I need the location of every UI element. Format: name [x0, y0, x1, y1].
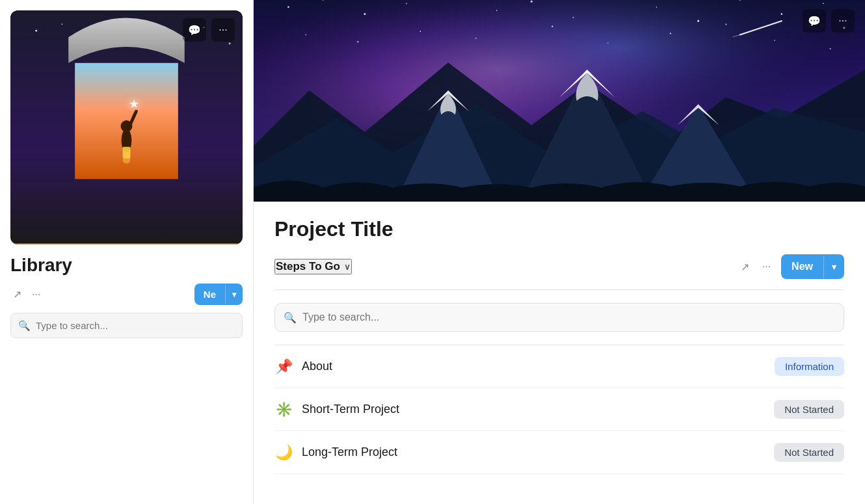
- long-term-badge: Not Started: [774, 443, 844, 462]
- left-action-bar: ↗ ··· Ne ▾: [10, 284, 243, 305]
- left-new-button-container: Ne ▾: [194, 284, 243, 305]
- right-search-input[interactable]: [274, 303, 844, 332]
- steps-label-text: Steps To Go: [276, 260, 340, 273]
- left-comment-button[interactable]: 💬: [183, 18, 206, 42]
- svg-point-28: [656, 7, 658, 8]
- left-panel: ★ 💬 ··· Library ↗ ··· Ne: [0, 0, 254, 504]
- comment-icon: 💬: [188, 24, 201, 36]
- steps-actions: ↗ ··· New ▾: [738, 254, 844, 279]
- svg-point-14: [123, 156, 131, 164]
- svg-point-21: [364, 13, 366, 15]
- right-search-icon: 🔍: [284, 312, 297, 324]
- left-card-toolbar: 💬 ···: [183, 18, 235, 42]
- about-icon: 📌: [274, 358, 293, 375]
- steps-new-label: New: [781, 254, 823, 279]
- short-term-badge: Not Started: [774, 400, 844, 419]
- svg-point-26: [572, 17, 574, 18]
- svg-point-22: [406, 3, 407, 4]
- dots-icon: ···: [32, 289, 40, 300]
- list-item: 🌙 Long-Term Project Not Started: [274, 431, 844, 474]
- expand-icon: ↗: [13, 289, 21, 300]
- left-expand-button[interactable]: ↗: [10, 285, 24, 303]
- left-new-label: Ne: [194, 284, 225, 305]
- svg-point-40: [670, 33, 671, 34]
- left-search-input[interactable]: [10, 313, 243, 338]
- left-card: ★ 💬 ···: [10, 10, 243, 245]
- svg-point-39: [607, 42, 609, 44]
- svg-point-19: [287, 7, 289, 8]
- hero-more-button[interactable]: ···: [831, 9, 855, 33]
- short-term-icon: ✳️: [274, 401, 293, 418]
- svg-point-35: [357, 41, 359, 43]
- left-new-chevron-icon: ▾: [225, 285, 243, 304]
- steps-chevron-icon: ∨: [344, 262, 351, 272]
- steps-new-button[interactable]: New ▾: [781, 254, 844, 279]
- left-illustration: ★: [10, 10, 243, 245]
- svg-point-42: [774, 40, 775, 41]
- svg-point-7: [229, 43, 231, 45]
- svg-point-31: [781, 13, 783, 15]
- steps-to-go-dropdown[interactable]: Steps To Go ∨: [274, 259, 352, 274]
- svg-point-29: [697, 20, 699, 22]
- svg-point-25: [531, 1, 533, 3]
- svg-point-41: [725, 23, 727, 25]
- hero-toolbar: 💬 ···: [803, 9, 855, 33]
- left-search-icon: 🔍: [18, 320, 31, 332]
- hero-illustration: [254, 0, 865, 202]
- right-search-row: 🔍: [274, 303, 844, 332]
- library-title: Library: [10, 255, 243, 276]
- short-term-label: Short-Term Project: [302, 403, 765, 416]
- left-more-button[interactable]: ···: [211, 18, 235, 42]
- svg-point-1: [35, 30, 37, 32]
- long-term-label: Long-Term Project: [302, 445, 765, 459]
- steps-new-chevron-icon: ▾: [823, 256, 844, 278]
- left-card-image: ★: [10, 10, 243, 245]
- long-term-icon: 🌙: [274, 444, 293, 461]
- svg-point-2: [61, 23, 62, 25]
- svg-point-32: [823, 3, 824, 5]
- items-list: 📌 About Information ✳️ Short-Term Projec…: [274, 345, 844, 474]
- steps-more-button[interactable]: ···: [760, 258, 773, 275]
- expand-icon: ↗: [741, 261, 749, 272]
- list-item: 📌 About Information: [274, 345, 844, 388]
- svg-point-34: [305, 34, 306, 35]
- steps-bar: Steps To Go ∨ ↗ ··· New ▾: [274, 254, 844, 290]
- svg-point-38: [552, 25, 553, 27]
- svg-point-24: [496, 10, 498, 11]
- left-more-options-button[interactable]: ···: [29, 286, 43, 303]
- project-title: Project Title: [274, 217, 844, 241]
- list-item: ✳️ Short-Term Project Not Started: [274, 388, 844, 431]
- about-label: About: [302, 360, 765, 373]
- left-search-bar: 🔍: [10, 313, 243, 338]
- svg-point-37: [475, 38, 477, 39]
- left-new-button[interactable]: Ne ▾: [194, 284, 243, 305]
- hero-comment-button[interactable]: 💬: [803, 9, 826, 33]
- about-badge: Information: [775, 357, 844, 376]
- hero-image: 💬 ···: [254, 0, 865, 202]
- svg-text:★: ★: [129, 98, 139, 111]
- hero-more-icon: ···: [838, 15, 847, 27]
- svg-point-36: [420, 31, 421, 32]
- right-search-wrap: 🔍: [274, 303, 844, 332]
- steps-expand-button[interactable]: ↗: [738, 258, 752, 276]
- svg-point-43: [830, 48, 831, 49]
- hero-comment-icon: 💬: [808, 15, 821, 27]
- content-area: Project Title Steps To Go ∨ ↗ ··· New ▾: [254, 202, 865, 504]
- dots-icon: ···: [762, 261, 771, 272]
- right-panel: 💬 ··· Project Title Steps To Go ∨ ↗ ···: [254, 0, 865, 504]
- more-icon: ···: [219, 24, 227, 36]
